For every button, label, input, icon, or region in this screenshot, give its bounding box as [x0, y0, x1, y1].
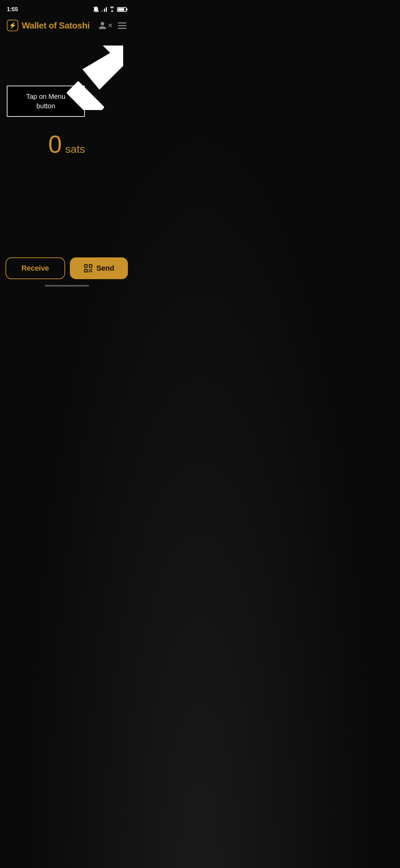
silent-icon — [93, 6, 99, 13]
annotation-arrow — [62, 42, 123, 110]
home-indicator — [45, 285, 89, 287]
brand-logo-area: ⚡ Wallet of Satoshi — [7, 20, 90, 31]
user-button[interactable]: ✕ — [98, 21, 112, 30]
svg-rect-5 — [89, 265, 92, 267]
wifi-icon — [109, 7, 115, 12]
header-actions: ✕ — [98, 21, 127, 30]
scan-icon — [83, 264, 93, 273]
close-icon: ✕ — [108, 22, 112, 29]
svg-rect-6 — [84, 269, 87, 272]
signal-icon — [101, 7, 107, 12]
balance-display: 0 sats — [0, 120, 133, 165]
app-title: Wallet of Satoshi — [22, 20, 90, 31]
action-buttons: Receive Send — [5, 257, 128, 279]
annotation-area: Tap on Menubutton — [0, 35, 133, 120]
svg-rect-4 — [84, 265, 87, 267]
app-header: ⚡ Wallet of Satoshi ✕ — [0, 17, 133, 35]
balance-amount: 0 — [48, 130, 61, 158]
receive-button[interactable]: Receive — [5, 257, 65, 279]
menu-button[interactable] — [118, 22, 127, 29]
status-bar: 1:55 — [0, 0, 133, 17]
balance-unit: sats — [65, 143, 85, 156]
user-icon — [98, 21, 107, 30]
lightning-icon: ⚡ — [9, 22, 16, 29]
app-logo: ⚡ — [7, 20, 18, 31]
battery-icon — [117, 7, 127, 12]
status-icons — [93, 6, 127, 13]
send-button[interactable]: Send — [70, 257, 128, 279]
svg-marker-3 — [82, 47, 123, 90]
status-time: 1:55 — [7, 6, 18, 13]
